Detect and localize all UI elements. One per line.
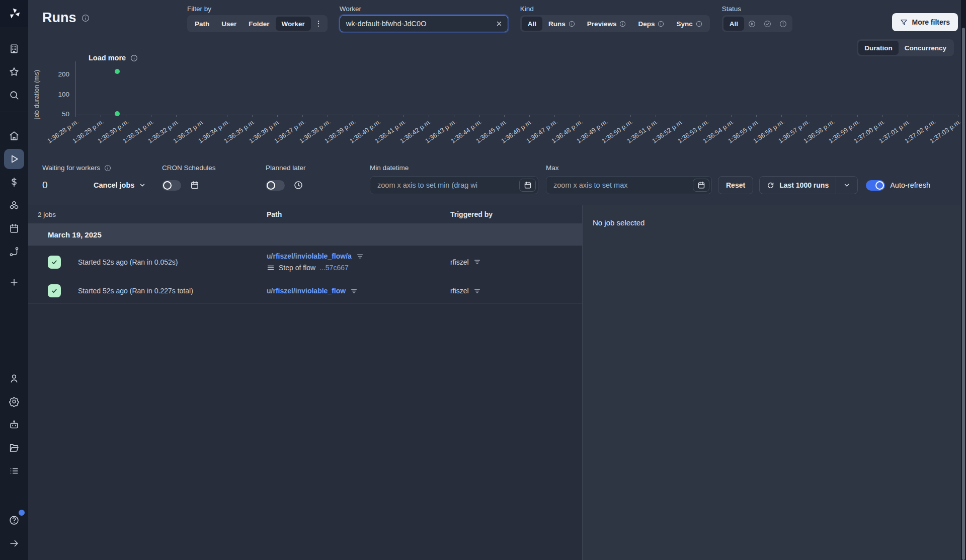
filter-by-path-pill[interactable]: Path: [189, 17, 215, 31]
settings-icon: [9, 396, 20, 407]
job-row[interactable]: Started 52s ago (Ran in 0.227s total) u/…: [28, 278, 582, 304]
auto-refresh-toggle[interactable]: [866, 180, 885, 191]
job-duration-dot[interactable]: [115, 111, 120, 116]
job-duration-dot[interactable]: [115, 69, 120, 74]
waiting-for-workers-label: Waiting for workers: [42, 164, 100, 172]
max-datetime-input[interactable]: [552, 181, 689, 190]
sidebar-item-collapse[interactable]: [4, 533, 24, 553]
job-started-text: Started 52s ago (Ran in 0.052s): [78, 258, 178, 266]
parent-flow-link[interactable]: ...57c667: [319, 264, 349, 272]
x-icon: [496, 20, 503, 27]
funnel-icon: [900, 19, 908, 26]
min-datetime-calendar-button[interactable]: [519, 179, 536, 192]
kind-deps-pill[interactable]: Deps: [632, 17, 670, 31]
windmill-logo-icon[interactable]: [0, 0, 28, 28]
kind-previews-pill[interactable]: Previews: [581, 17, 632, 31]
sidebar-item-create[interactable]: [4, 272, 24, 292]
cron-calendar-button[interactable]: [190, 181, 199, 190]
jobs-section: 2 jobs Path Triggered by March 19, 2025 …: [28, 205, 961, 560]
sidebar-item-runs[interactable]: [4, 149, 24, 169]
min-datetime-input[interactable]: [376, 181, 516, 190]
info-icon: [619, 21, 626, 27]
planned-later-toggle[interactable]: [266, 180, 285, 191]
filter-by-folder-pill[interactable]: Folder: [243, 17, 275, 31]
filter-by-worker-pill[interactable]: Worker: [276, 17, 311, 31]
sidebar-item-variables[interactable]: [4, 172, 24, 192]
flow-step-icon: [267, 264, 275, 272]
filter-by-label: Filter by: [187, 5, 328, 13]
sidebar-item-users[interactable]: [4, 368, 24, 388]
auto-refresh-control: Auto-refresh: [866, 176, 930, 194]
info-icon: [569, 21, 575, 27]
max-datetime-field: [546, 176, 712, 194]
user-icon: [9, 373, 20, 384]
status-group: All: [722, 15, 792, 32]
kind-sync-pill[interactable]: Sync: [670, 17, 708, 31]
sidebar-item-home[interactable]: [4, 126, 24, 146]
job-path-link[interactable]: u/rfiszel/inviolable_flow: [267, 287, 346, 295]
filter-by-user-icon[interactable]: [474, 259, 480, 265]
sidebar-item-triggers[interactable]: [4, 242, 24, 262]
more-filter-options-button[interactable]: [311, 20, 326, 28]
worker-filter-field: [340, 15, 508, 32]
sidebar-item-workspace[interactable]: [4, 39, 24, 59]
sidebar-item-schedules[interactable]: [4, 218, 24, 238]
runs-duration-chart[interactable]: Duration Concurrency Load more job durat…: [42, 45, 958, 162]
job-row[interactable]: Started 52s ago (Ran in 0.052s) u/rfisze…: [28, 246, 582, 278]
scrollbar-thumb[interactable]: [962, 28, 965, 560]
reload-last-runs-button[interactable]: Last 1000 runs: [760, 177, 836, 194]
status-all-pill[interactable]: All: [723, 17, 744, 31]
page-scrollbar[interactable]: [961, 0, 966, 560]
y-axis-label: job duration (ms): [33, 47, 40, 142]
help-icon: [9, 515, 20, 526]
chevron-down-icon: [843, 182, 850, 189]
sidebar-nav: [0, 28, 28, 560]
filter-by-user-icon[interactable]: [474, 288, 480, 294]
runs-info-icon[interactable]: [82, 14, 90, 22]
worker-filter-input[interactable]: [345, 19, 492, 28]
column-header-path: Path: [267, 210, 450, 218]
job-started-text: Started 52s ago (Ran in 0.227s total): [78, 287, 193, 295]
kind-all-pill[interactable]: All: [522, 17, 542, 31]
check-icon: [51, 259, 58, 266]
sidebar-item-audit-logs[interactable]: [4, 461, 24, 481]
sidebar-item-favorites[interactable]: [4, 62, 24, 82]
sidebar-item-help[interactable]: [4, 510, 24, 530]
view-concurrency-tab[interactable]: Concurrency: [899, 41, 952, 55]
info-icon: [696, 21, 702, 27]
status-failure-button[interactable]: [775, 17, 791, 31]
filter-by-path-icon[interactable]: [357, 253, 363, 260]
info-icon[interactable]: [104, 165, 111, 172]
max-datetime-calendar-button[interactable]: [693, 179, 709, 192]
sidebar-item-resources[interactable]: [4, 195, 24, 215]
filter-by-path-icon[interactable]: [351, 288, 357, 294]
last-runs-dropdown-button[interactable]: [836, 177, 857, 194]
info-icon: [658, 21, 664, 27]
last-runs-split-button: Last 1000 runs: [759, 176, 858, 194]
more-filters-button[interactable]: More filters: [892, 13, 958, 31]
step-of-flow-label: Step of flow: [279, 264, 315, 272]
sidebar-item-search[interactable]: [4, 85, 24, 105]
view-duration-tab[interactable]: Duration: [858, 41, 899, 55]
arrow-right-icon: [9, 538, 20, 549]
cancel-jobs-button[interactable]: Cancel jobs: [94, 181, 146, 189]
planned-later-label: Planned later: [266, 164, 370, 172]
sidebar-item-folders[interactable]: [4, 438, 24, 458]
max-datetime-label: Max: [546, 164, 718, 172]
x-axis-line: [75, 115, 958, 115]
reset-button[interactable]: Reset: [718, 176, 753, 194]
cron-schedules-toggle[interactable]: [162, 180, 181, 191]
sidebar-item-workers[interactable]: [4, 415, 24, 435]
status-running-button[interactable]: [744, 17, 760, 31]
filter-by-user-pill[interactable]: User: [215, 17, 243, 31]
job-detail-panel: No job selected: [582, 205, 961, 560]
status-label: Status: [722, 5, 792, 13]
load-more-button[interactable]: Load more: [86, 53, 141, 62]
triggered-by-user: rfiszel: [450, 258, 469, 266]
sidebar-item-settings[interactable]: [4, 391, 24, 412]
kind-runs-pill[interactable]: Runs: [542, 17, 581, 31]
job-path-link[interactable]: u/rfiszel/inviolable_flow/a: [267, 252, 352, 260]
status-success-button[interactable]: [760, 17, 775, 31]
planned-clock-button[interactable]: [294, 181, 303, 190]
clear-worker-button[interactable]: [496, 20, 503, 27]
